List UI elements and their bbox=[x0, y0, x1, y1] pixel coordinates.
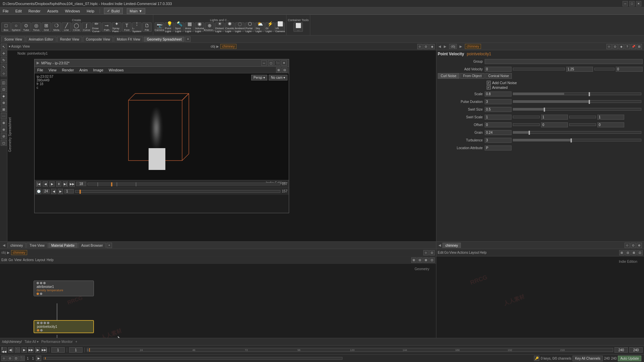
prop-addvel-slider[interactable] bbox=[513, 68, 565, 70]
left-tool-10[interactable]: ⋯ bbox=[1, 113, 7, 119]
shelf-caustic-light[interactable]: ✺Caustic Light bbox=[225, 22, 234, 32]
prop-grain-handle[interactable] bbox=[529, 131, 530, 135]
prop-pulse-slider[interactable] bbox=[513, 100, 641, 103]
left-tool-scale[interactable]: ⤡ bbox=[1, 64, 7, 70]
tl-key-all-channels[interactable]: Key All Channels bbox=[573, 356, 603, 361]
mplay-prev-frame[interactable]: ◀ bbox=[51, 189, 56, 194]
prop-scale-val[interactable] bbox=[485, 92, 512, 97]
rp-btn3[interactable]: ◈ bbox=[619, 44, 624, 49]
rn-prev-tab[interactable]: ◀ bbox=[438, 243, 441, 247]
rp-btn2[interactable]: ⊙ bbox=[612, 44, 618, 49]
rn-btn3[interactable]: ⊠ bbox=[631, 250, 637, 255]
left-tool-8[interactable]: ⊛ bbox=[1, 100, 7, 106]
prop-swirl-size-handle[interactable] bbox=[544, 108, 545, 112]
shelf-grid[interactable]: ⊞Grid bbox=[42, 22, 51, 32]
mplay-range-frame[interactable]: 1 bbox=[64, 189, 74, 193]
mplay-expand2[interactable]: ⊟ bbox=[282, 67, 287, 73]
shelf-env-light[interactable]: ⊕Environ... bbox=[205, 22, 214, 32]
rp-expand[interactable]: ⊞ bbox=[637, 44, 642, 49]
tl-key-btn[interactable]: 🔑 bbox=[534, 356, 539, 361]
left-tool-14[interactable]: ◻ bbox=[1, 140, 7, 146]
node-layout-btn3[interactable]: ⊠ bbox=[423, 257, 429, 263]
rn-help[interactable]: Help bbox=[480, 251, 487, 254]
rn-btn4[interactable]: ⊡ bbox=[637, 250, 643, 255]
tl-stop[interactable]: ⬛ bbox=[15, 347, 20, 353]
prop-offset-slider2[interactable] bbox=[569, 123, 596, 126]
mplay-range-bar[interactable] bbox=[75, 190, 280, 193]
shelf-path[interactable]: ⊸Path bbox=[102, 22, 111, 32]
mplay-menu-image[interactable]: Image bbox=[92, 67, 105, 73]
prop-addvel-slider2[interactable] bbox=[594, 68, 614, 70]
tl-playhead[interactable] bbox=[111, 182, 112, 186]
tl-frame-input[interactable] bbox=[51, 347, 65, 353]
left-tool-9[interactable]: ⊠ bbox=[1, 106, 7, 112]
prop-addvel-val3[interactable] bbox=[616, 67, 643, 72]
prop-swirl-scale-val3[interactable] bbox=[597, 115, 624, 120]
mplay-pause[interactable]: ⏸ bbox=[56, 181, 61, 187]
prop-swirl-size-slider[interactable] bbox=[513, 108, 641, 111]
node-layout-btn4[interactable]: ⊡ bbox=[429, 257, 435, 263]
shelf-camera[interactable]: 📷Camera bbox=[155, 22, 164, 32]
shelf-ambient-light[interactable]: ◌Ambient Light bbox=[235, 22, 245, 32]
rn-toolbar-1[interactable]: ⊹ bbox=[625, 243, 630, 248]
tl-end-input2[interactable] bbox=[629, 347, 643, 353]
status-take[interactable]: Take All ▾ bbox=[24, 340, 39, 344]
node-help-menu[interactable]: Help bbox=[47, 258, 54, 262]
mplay-next-frame[interactable]: ▶ bbox=[58, 189, 63, 194]
tl-auto-update[interactable]: Auto Update bbox=[618, 356, 641, 361]
shelf-file[interactable]: 🗋File bbox=[142, 22, 152, 32]
tab-composite-view[interactable]: Composite View bbox=[83, 37, 113, 42]
node-tab-asset-browser[interactable]: Asset Browser bbox=[78, 243, 106, 248]
mplay-fps-icon[interactable]: 🕐 bbox=[36, 189, 41, 194]
mplay-play-back[interactable]: |◀ bbox=[36, 181, 41, 187]
mplay-menu-render[interactable]: Render bbox=[60, 67, 75, 73]
tl-play-fwd[interactable]: ▶▶ bbox=[28, 347, 34, 353]
node-toolbar-2[interactable]: ⊙ bbox=[429, 250, 435, 255]
rp-obj-nav[interactable]: obj bbox=[449, 44, 457, 49]
rn-btn1[interactable]: ⊞ bbox=[619, 250, 625, 255]
tl-goto-start[interactable]: |◀◀ bbox=[1, 347, 7, 353]
status-perf[interactable]: Performance Monitor bbox=[41, 340, 72, 344]
mplay-close[interactable]: ✕ bbox=[281, 60, 287, 66]
mplay-frame-num[interactable]: 18 bbox=[76, 182, 86, 186]
tab-render-view[interactable]: Render View bbox=[57, 37, 82, 42]
rp-nav-back[interactable]: ◀ bbox=[438, 45, 441, 48]
mplay-menu-anim[interactable]: Anim bbox=[78, 67, 89, 73]
menu-edit[interactable]: Edit bbox=[14, 8, 23, 14]
node-back-btn[interactable]: ◀ bbox=[1, 243, 7, 248]
shelf-line[interactable]: ╱Line bbox=[62, 22, 71, 32]
tab-motion-fx[interactable]: Motion FX View bbox=[114, 37, 143, 42]
node-edit-menu[interactable]: Edit bbox=[1, 258, 7, 262]
prop-swirl-size-val[interactable] bbox=[485, 107, 512, 112]
shelf-curve[interactable]: ∫Curve bbox=[82, 22, 91, 32]
node-attribnoise1[interactable]: attribnoise1 density temperature bbox=[34, 281, 94, 296]
prop-offset-val1[interactable] bbox=[485, 122, 512, 127]
mplay-step-fwd[interactable]: ▶| bbox=[63, 181, 68, 187]
node-layout-menu[interactable]: Layout bbox=[35, 258, 45, 262]
shelf-box[interactable]: □Box bbox=[1, 22, 11, 32]
shelf-spray-paint[interactable]: ✦Spray Paint bbox=[112, 22, 121, 32]
node-go-menu[interactable]: Go bbox=[8, 258, 13, 262]
left-tool-12[interactable]: ⊗ bbox=[1, 126, 7, 132]
shelf-area-light[interactable]: ▦Area Light bbox=[185, 22, 194, 32]
rn-edit[interactable]: Edit bbox=[438, 251, 443, 254]
menu-assets[interactable]: Assets bbox=[46, 8, 60, 14]
tl-bot-scrub[interactable] bbox=[43, 357, 342, 360]
mplay-expand1[interactable]: ⊞ bbox=[276, 67, 281, 73]
tl-frame-input2[interactable] bbox=[69, 347, 83, 353]
rn-toolbar-3[interactable]: ⊕ bbox=[637, 243, 642, 248]
rp-nav-fwd[interactable]: ▶ bbox=[444, 45, 446, 48]
maximize-button[interactable]: □ bbox=[629, 1, 635, 6]
node-actions-menu[interactable]: Actions bbox=[23, 258, 34, 262]
tl-bot-play[interactable]: ▶ bbox=[36, 356, 41, 361]
tl-bot-btn2[interactable]: ⊙ bbox=[7, 356, 13, 361]
left-tool-7[interactable]: ◈ bbox=[1, 93, 7, 99]
prop-locattr-val[interactable] bbox=[485, 145, 512, 150]
prop-swirl-scale-val1[interactable] bbox=[485, 115, 512, 120]
prop-addvel-val1[interactable] bbox=[485, 67, 512, 72]
rp-chimney-nav[interactable]: chimney bbox=[465, 44, 481, 49]
shelf-spot-light[interactable]: 🔦Spot Light bbox=[175, 22, 184, 32]
rp-btn1[interactable]: ⊹ bbox=[606, 44, 612, 49]
props-tab-conical[interactable]: Conical Noise bbox=[485, 73, 512, 79]
node-layout-btn1[interactable]: ⊞ bbox=[411, 257, 417, 263]
